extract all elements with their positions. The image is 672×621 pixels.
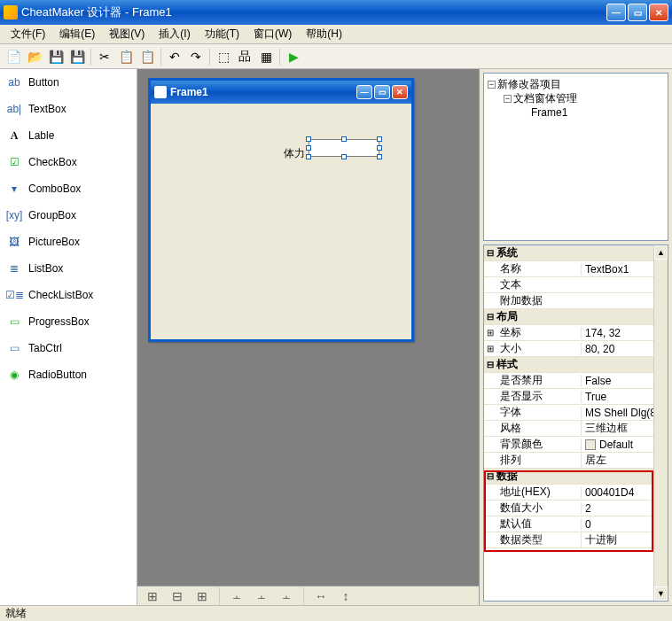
status-bar: 就绪 — [0, 605, 672, 621]
grid-icon[interactable]: ▦ — [256, 47, 276, 66]
align-bottom-icon[interactable]: ⫠ — [277, 586, 296, 606]
menu-bar: 文件(F) 编辑(E) 视图(V) 插入(I) 功能(T) 窗口(W) 帮助(H… — [0, 25, 672, 44]
design-form[interactable]: Frame1 — ▭ ✕ 体力 — [148, 78, 414, 342]
menu-window[interactable]: 窗口(W) — [246, 25, 299, 43]
workspace: abButton ab|TextBox ALable ☑CheckBox ▾Co… — [0, 69, 672, 605]
groupbox-icon: [xy] — [7, 208, 21, 222]
property-scrollbar[interactable]: ▲ ▼ — [653, 245, 668, 601]
title-bar: CheatMaker 设计器 - Frame1 — ▭ ✕ — [0, 0, 672, 25]
align-right-icon[interactable]: ⊞ — [192, 586, 212, 606]
tree-collapse-icon[interactable]: − — [504, 95, 512, 103]
toolbox-combobox[interactable]: ▾ComboBox — [0, 175, 137, 202]
tree-node[interactable]: 文档窗体管理 — [513, 91, 577, 106]
align-top-icon[interactable]: ⫠ — [227, 586, 246, 606]
checklistbox-icon: ☑≣ — [7, 288, 21, 302]
same-height-icon[interactable]: ↕ — [336, 586, 356, 606]
form-maximize-button[interactable]: ▭ — [374, 85, 390, 99]
form-body[interactable]: 体力 — [151, 104, 411, 339]
saveall-icon[interactable]: 💾 — [67, 47, 87, 66]
open-icon[interactable]: 📂 — [25, 47, 44, 66]
menu-insert[interactable]: 插入(I) — [152, 25, 197, 43]
prop-category-system[interactable]: ⊟系统 — [484, 245, 668, 261]
toolbox-label: RadioButton — [28, 369, 87, 381]
form-titlebar: Frame1 — ▭ ✕ — [151, 81, 411, 104]
toolbox-picturebox[interactable]: 🖼PictureBox — [0, 229, 137, 255]
textbox-icon: ab| — [7, 102, 21, 116]
align-center-icon[interactable]: ⊟ — [168, 586, 187, 606]
prop-text[interactable]: 文本 — [484, 277, 668, 293]
undo-icon[interactable]: ↶ — [165, 47, 184, 66]
project-tree[interactable]: −新修改器项目 −文档窗体管理 Frame1 — [483, 73, 668, 241]
toolbar-separator — [209, 48, 210, 66]
prop-align[interactable]: 排列居左 — [484, 453, 668, 469]
toolbar-separator — [279, 48, 280, 66]
right-panel: −新修改器项目 −文档窗体管理 Frame1 ⊟系统 名称TextBox1 文本… — [479, 69, 672, 605]
toolbox-label: ListBox — [28, 262, 63, 275]
redo-icon[interactable]: ↷ — [186, 47, 206, 66]
toolbox-checkbox[interactable]: ☑CheckBox — [0, 149, 137, 175]
toolbox-button[interactable]: abButton — [0, 69, 137, 96]
minimize-button[interactable]: — — [606, 4, 626, 21]
toolbox-groupbox[interactable]: [xy]GroupBox — [0, 202, 137, 229]
close-button[interactable]: ✕ — [649, 4, 668, 21]
prop-pos[interactable]: ⊞坐标174, 32 — [484, 325, 668, 341]
prop-valsize[interactable]: 数值大小2 — [484, 501, 668, 516]
toolbox-label[interactable]: ALable — [0, 122, 137, 149]
toolbox-checklistbox[interactable]: ☑≣CheckListBox — [0, 282, 137, 308]
menu-help[interactable]: 帮助(H) — [299, 25, 349, 43]
prop-name[interactable]: 名称TextBox1 — [484, 261, 668, 277]
prop-category-layout[interactable]: ⊟布局 — [484, 309, 668, 325]
textbox-component[interactable] — [309, 139, 379, 157]
menu-file[interactable]: 文件(F) — [4, 25, 52, 43]
cut-icon[interactable]: ✂ — [95, 47, 114, 66]
prop-font[interactable]: 字体MS Shell Dlg(8) — [484, 405, 668, 421]
menu-view[interactable]: 视图(V) — [102, 25, 152, 43]
prop-category-data[interactable]: ⊟数据 — [484, 469, 668, 485]
layout-icon[interactable]: 品 — [235, 47, 254, 66]
toolbox-textbox[interactable]: ab|TextBox — [0, 96, 137, 122]
new-icon[interactable]: 📄 — [4, 47, 23, 66]
paste-icon[interactable]: 📋 — [137, 47, 157, 66]
toolbox-label: CheckBox — [28, 156, 77, 168]
maximize-button[interactable]: ▭ — [628, 4, 647, 21]
save-icon[interactable]: 💾 — [46, 47, 66, 66]
align-left-icon[interactable]: ⊞ — [143, 586, 162, 606]
prop-addr[interactable]: 地址(HEX)000401D4 — [484, 485, 668, 501]
toolbox-tabctrl[interactable]: ▭TabCtrl — [0, 335, 137, 361]
status-text: 就绪 — [5, 606, 27, 621]
menu-func[interactable]: 功能(T) — [198, 25, 246, 43]
tree-root[interactable]: 新修改器项目 — [497, 77, 561, 92]
tree-leaf[interactable]: Frame1 — [531, 106, 567, 119]
prop-dtype[interactable]: 数据类型十进制 — [484, 532, 668, 548]
toolbar-separator — [160, 48, 161, 66]
app-icon — [4, 5, 18, 19]
toolbox-radiobutton[interactable]: ◉RadioButton — [0, 361, 137, 388]
design-canvas[interactable]: Frame1 — ▭ ✕ 体力 — [137, 69, 479, 586]
prop-size[interactable]: ⊞大小80, 20 — [484, 341, 668, 357]
menu-edit[interactable]: 编辑(E) — [52, 25, 102, 43]
select-icon[interactable]: ⬚ — [214, 47, 233, 66]
copy-icon[interactable]: 📋 — [116, 47, 136, 66]
prop-extra[interactable]: 附加数据 — [484, 293, 668, 309]
scroll-up-icon[interactable]: ▲ — [654, 245, 668, 260]
prop-disabled[interactable]: 是否禁用False — [484, 373, 668, 389]
toolbox-label: CheckListBox — [28, 289, 93, 301]
tree-collapse-icon[interactable]: − — [488, 81, 496, 89]
form-close-button[interactable]: ✕ — [392, 85, 408, 99]
align-middle-icon[interactable]: ⫠ — [252, 586, 271, 606]
prop-bg[interactable]: 背景颜色Default — [484, 437, 668, 453]
same-width-icon[interactable]: ↔ — [311, 586, 331, 606]
prop-category-style[interactable]: ⊟样式 — [484, 357, 668, 373]
toolbox-label: PictureBox — [28, 236, 80, 248]
toolbox-listbox[interactable]: ≣ListBox — [0, 255, 137, 282]
run-icon[interactable]: ▶ — [284, 47, 303, 66]
toolbox-progressbox[interactable]: ▭ProgressBox — [0, 308, 137, 335]
prop-visible[interactable]: 是否显示True — [484, 389, 668, 405]
form-minimize-button[interactable]: — — [356, 85, 372, 99]
hp-label[interactable]: 体力 — [284, 146, 305, 161]
tool-bar: 📄 📂 💾 💾 ✂ 📋 📋 ↶ ↷ ⬚ 品 ▦ ▶ — [0, 44, 672, 69]
toolbox-label: TextBox — [28, 103, 66, 115]
scroll-down-icon[interactable]: ▼ — [654, 586, 668, 601]
prop-border[interactable]: 风格三维边框 — [484, 421, 668, 437]
prop-default[interactable]: 默认值0 — [484, 516, 668, 532]
